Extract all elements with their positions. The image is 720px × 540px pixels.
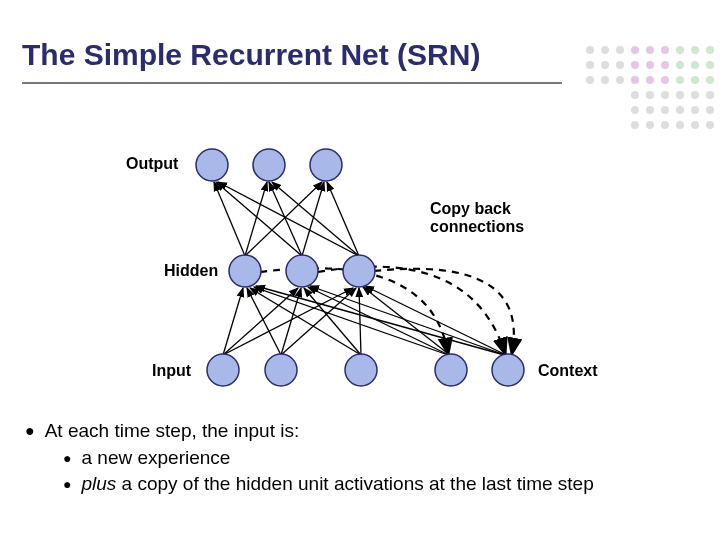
svg-point-70: [253, 149, 285, 181]
bullet-sub-1: a new experience: [63, 445, 594, 472]
svg-line-57: [247, 288, 281, 355]
svg-point-73: [286, 255, 318, 287]
svg-point-79: [492, 354, 524, 386]
svg-line-64: [308, 287, 451, 356]
svg-line-68: [365, 286, 508, 356]
output-layer: [196, 149, 342, 181]
input-label: Input: [152, 362, 191, 380]
svg-line-67: [310, 286, 508, 356]
svg-point-71: [310, 149, 342, 181]
svg-line-56: [223, 288, 353, 355]
bullet-sub-2: plus a copy of the hidden unit activatio…: [63, 471, 594, 498]
svg-point-77: [345, 354, 377, 386]
svg-point-78: [435, 354, 467, 386]
description-list: At each time step, the input is: a new e…: [25, 418, 594, 498]
bullet-main: At each time step, the input is:: [25, 418, 594, 445]
svg-point-72: [229, 255, 261, 287]
input-layer: [207, 354, 377, 386]
copyback-label: Copy back connections: [430, 200, 524, 237]
svg-line-50: [302, 182, 324, 256]
svg-point-76: [265, 354, 297, 386]
context-label: Context: [538, 362, 598, 380]
svg-line-54: [223, 288, 243, 355]
svg-point-74: [343, 255, 375, 287]
output-label: Output: [126, 155, 178, 173]
svg-point-69: [196, 149, 228, 181]
svg-line-53: [327, 182, 359, 256]
svg-point-75: [207, 354, 239, 386]
hidden-layer: [229, 255, 375, 287]
hidden-label: Hidden: [164, 262, 218, 280]
context-layer: [435, 354, 524, 386]
svg-line-62: [359, 288, 361, 355]
